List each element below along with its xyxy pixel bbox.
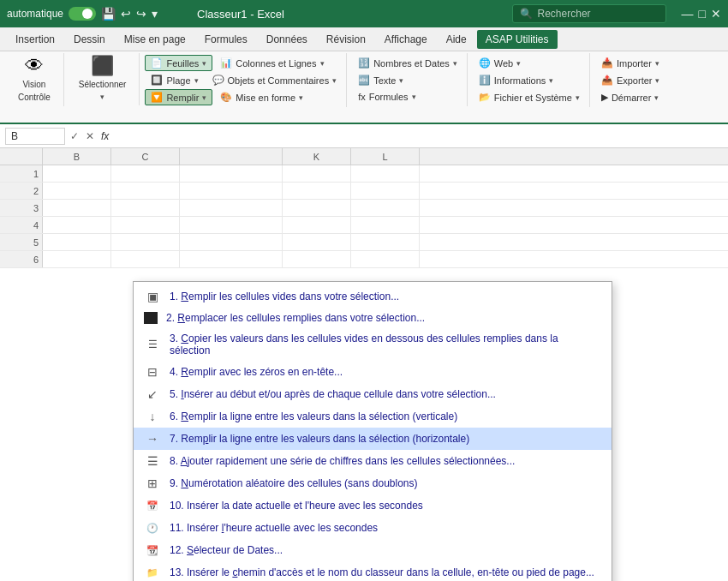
formules-btn[interactable]: fx Formules ▾ (352, 89, 463, 105)
objets-btn[interactable]: 💬 Objets et Commentaires ▾ (206, 72, 343, 88)
vision-controle-btn[interactable]: Vision Contrôle (12, 77, 57, 105)
dropdown-item-10[interactable]: 📅 10. Insérer la date actuelle et l'heur… (134, 494, 612, 517)
objets-arrow: ▾ (332, 76, 337, 85)
cross-icon[interactable]: ✕ (86, 130, 94, 142)
menu-mise-en-page[interactable]: Mise en page (116, 30, 194, 49)
importer-btn[interactable]: 📥 Importer ▾ (595, 55, 666, 71)
col-header-b: B (43, 148, 111, 165)
exporter-btn[interactable]: 📤 Exporter ▾ (595, 72, 666, 88)
table-row: 6 (0, 251, 728, 268)
menu-asap[interactable]: ASAP Utilities (477, 30, 558, 49)
item-icon-12: 📆 (144, 543, 161, 557)
colonnes-icon: 📊 (220, 57, 232, 69)
remplir-btn[interactable]: 🔽 Remplir ▾ (145, 89, 212, 105)
dropdown-item-1[interactable]: ▣ 1. Remplir les cellules vides dans vot… (134, 285, 612, 308)
web-icon: 🌐 (479, 57, 491, 69)
nombres-btn[interactable]: 🔢 Nombres et Dates ▾ (352, 55, 463, 71)
dropdown-item-2[interactable]: 2. Remplacer les cellules remplies dans … (134, 308, 612, 328)
ribbon-group-main: 📄 Feuilles ▾ 📊 Colonnes et Lignes ▾ 🔲 Pl… (141, 53, 347, 107)
undo-icon[interactable]: ↩ (121, 7, 131, 21)
texte-icon: 🔤 (358, 75, 370, 86)
item-icon-4: ⊟ (144, 365, 161, 379)
selectionner-btn[interactable]: Sélectionner ▾ (73, 77, 133, 104)
fichier-btn[interactable]: 📂 Fichier et Système ▾ (473, 89, 586, 105)
item-text-4: 4. Remplir avec les zéros en en-tête... (170, 366, 601, 378)
toggle-knob (82, 9, 92, 19)
col-header-k: K (283, 148, 351, 165)
item-icon-6: ↓ (144, 410, 161, 423)
auto-label: automatique (7, 8, 63, 20)
plage-btn[interactable]: 🔲 Plage ▾ (145, 72, 204, 88)
maximize-icon[interactable]: □ (699, 7, 706, 21)
table-row: 1 (0, 165, 728, 183)
sheet-rows: 1 2 3 4 5 6 (0, 165, 728, 268)
menu-affichage[interactable]: Affichage (376, 30, 436, 49)
ribbon-row-3: 🔽 Remplir ▾ 🎨 Mise en forme ▾ (145, 89, 343, 105)
check-icon[interactable]: ✓ (70, 130, 79, 142)
dropdown-item-6[interactable]: ↓ 6. Remplir la ligne entre les valeurs … (134, 405, 612, 428)
menu-donnees[interactable]: Données (258, 30, 316, 49)
plage-arrow: ▾ (194, 76, 199, 85)
ribbon: 👁 Vision Contrôle ⬛ Sélectionner ▾ 📄 Feu… (0, 51, 728, 124)
formula-input[interactable] (114, 130, 723, 142)
item-text-6: 6. Remplir la ligne entre les valeurs da… (170, 410, 601, 422)
dropdown-item-11[interactable]: 🕐 11. Insérer l'heure actuelle avec les … (134, 517, 612, 539)
ribbon-group-select: ⬛ Sélectionner ▾ (66, 53, 140, 105)
ribbon-group-web: 🌐 Web ▾ ℹ️ Informations ▾ 📂 Fichier et S… (469, 53, 590, 107)
feuilles-arrow: ▾ (202, 59, 206, 68)
dropdown-item-7[interactable]: → 7. Remplir la ligne entre les valeurs … (134, 428, 612, 450)
row-header-space (0, 148, 43, 165)
menu-revision[interactable]: Révision (318, 30, 374, 49)
close-icon[interactable]: ✕ (711, 7, 721, 21)
menu-formules[interactable]: Formules (196, 30, 256, 49)
item-icon-11: 🕐 (144, 521, 161, 535)
item-icon-8: ☰ (144, 454, 161, 468)
dropdown-item-5[interactable]: ↙ 5. Insérer au début et/ou après de cha… (134, 383, 612, 405)
search-input[interactable] (538, 8, 649, 20)
select-icon: ⬛ (91, 55, 114, 77)
dropdown-item-8[interactable]: ☰ 8. Ajouter rapidement une série de chi… (134, 450, 612, 472)
feuilles-btn[interactable]: 📄 Feuilles ▾ (145, 55, 212, 71)
nombres-icon: 🔢 (358, 57, 370, 69)
dropdown-item-12[interactable]: 📆 12. Sélecteur de Dates... (134, 539, 612, 561)
dropdown-item-3[interactable]: ☰ 3. Copier les valeurs dans les cellule… (134, 328, 612, 361)
remplir-arrow: ▾ (202, 93, 206, 102)
item-icon-10: 📅 (144, 499, 161, 512)
item-icon-13: 📁 (144, 566, 161, 579)
remplir-dropdown: ▣ 1. Remplir les cellules vides dans vot… (133, 281, 612, 581)
customize-icon[interactable]: ▾ (152, 7, 158, 21)
col-header-l: L (351, 148, 420, 165)
dropdown-item-13[interactable]: 📁 13. Insérer le chemin d'accès et le no… (134, 561, 612, 581)
informations-btn[interactable]: ℹ️ Informations ▾ (473, 72, 586, 88)
save-icon[interactable]: 💾 (101, 7, 116, 21)
name-box[interactable] (5, 128, 65, 145)
ribbon-row-2: 🔲 Plage ▾ 💬 Objets et Commentaires ▾ (145, 72, 343, 88)
dropdown-item-4[interactable]: ⊟ 4. Remplir avec les zéros en en-tête..… (134, 361, 612, 383)
web-btn[interactable]: 🌐 Web ▾ (473, 55, 586, 71)
table-row: 3 (0, 200, 728, 217)
menu-dessin[interactable]: Dessin (65, 30, 114, 49)
menu-aide[interactable]: Aide (438, 30, 475, 49)
dropdown-item-9[interactable]: ⊞ 9. Numérotation aléatoire des cellules… (134, 472, 612, 494)
select-dropdown-arrow[interactable]: ▾ (100, 93, 104, 101)
search-box[interactable]: 🔍 (512, 4, 666, 23)
texte-btn[interactable]: 🔤 Texte ▾ (352, 72, 463, 88)
col-header-dots (180, 148, 283, 165)
auto-toggle[interactable] (69, 7, 96, 21)
item-text-7: 7. Remplir la ligne entre les valeurs da… (170, 433, 601, 445)
redo-icon[interactable]: ↪ (136, 7, 146, 21)
demarrer-btn[interactable]: ▶ Démarrer ▾ (595, 89, 666, 105)
minimize-icon[interactable]: — (682, 7, 694, 21)
plage-icon: 🔲 (151, 75, 163, 86)
item-text-9: 9. Numérotation aléatoire des cellules (… (170, 477, 601, 489)
objets-icon: 💬 (212, 75, 224, 86)
formula-bar: ✓ ✕ fx (0, 124, 728, 148)
colonnes-lignes-btn[interactable]: 📊 Colonnes et Lignes ▾ (214, 55, 330, 71)
menu-insertion[interactable]: Insertion (7, 30, 63, 49)
mise-en-forme-btn[interactable]: 🎨 Mise en forme ▾ (214, 89, 309, 105)
app-title: Classeur1 - Excel (197, 8, 284, 21)
table-row: 5 (0, 234, 728, 251)
item-text-12: 12. Sélecteur de Dates... (170, 544, 601, 556)
item-icon-7: → (144, 432, 161, 446)
formules-icon: fx (358, 92, 366, 102)
